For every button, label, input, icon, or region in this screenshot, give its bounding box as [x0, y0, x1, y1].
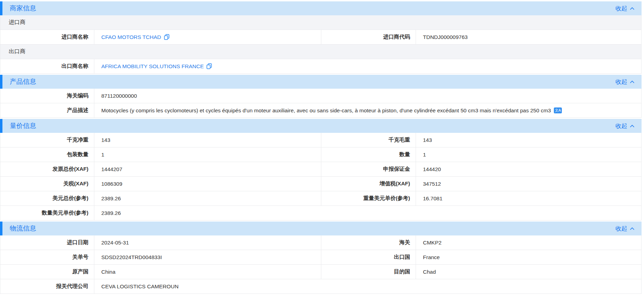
table-row: 包装数量 1 数量 1 [0, 147, 641, 162]
declared-deposit-label: 申报保证金 [321, 162, 416, 176]
chevron-up-icon [630, 7, 635, 10]
invoice-total-value: 1444207 [94, 162, 321, 176]
import-date-value: 2024-05-31 [94, 235, 321, 250]
usd-unit-price-weight-value: 16.7081 [416, 191, 641, 206]
package-qty-value: 1 [94, 147, 321, 162]
qty-price-info-header: 量价信息 收起 [0, 119, 642, 133]
usd-total-value: 2389.26 [94, 191, 321, 206]
importer-name-label: 进口商名称 [0, 30, 94, 44]
chevron-up-icon [630, 125, 635, 128]
table-row: 数量美元单价(参考) 2389.26 [0, 206, 641, 220]
table-row: 关单号 SDSD22024TRD004833I 出口国 France [0, 250, 641, 265]
export-country-label: 出口国 [321, 250, 416, 264]
importer-code-value: TDNDJ000009763 [416, 30, 641, 44]
section-title: 物流信息 [10, 224, 36, 233]
logistics-info-body: 进口日期 2024-05-31 海关 CMKP2 关单号 SDSD22024TR… [0, 235, 642, 294]
exporter-name-label: 出口商名称 [0, 59, 94, 73]
usd-total-label: 美元总价(参考) [0, 191, 94, 206]
merchant-info-header: 商家信息 收起 [0, 1, 642, 15]
customs-office-label: 海关 [321, 235, 416, 250]
declaration-no-value: SDSD22024TRD004833I [94, 250, 321, 264]
collapse-label: 收起 [615, 5, 627, 13]
customs-duty-label: 关税(XAF) [0, 177, 94, 191]
copy-icon[interactable] [206, 63, 212, 69]
copy-icon[interactable] [164, 34, 170, 40]
collapse-toggle[interactable]: 收起 [615, 78, 635, 86]
quantity-value: 1 [416, 147, 641, 162]
net-weight-label: 千克净重 [0, 133, 94, 147]
usd-unit-price-qty-label: 数量美元单价(参考) [0, 206, 94, 220]
importer-subheader: 进口商 [0, 15, 641, 30]
customs-broker-label: 报关代理公司 [0, 279, 94, 294]
logistics-info-section: 物流信息 收起 进口日期 2024-05-31 海关 CMKP2 关单号 SDS… [0, 222, 642, 294]
chevron-up-icon [630, 227, 635, 230]
table-row: 原产国 China 目的国 Chad [0, 265, 641, 279]
section-title: 量价信息 [10, 121, 36, 130]
table-row: 进口商名称 CFAO MOTORS TCHAD 进口商代码 TDNDJ00000… [0, 30, 641, 45]
collapse-label: 收起 [615, 122, 627, 130]
trade-record-detail-page: 商家信息 收起 进口商 进口商名称 CFAO MOTORS TCHAD 进口商代… [0, 0, 644, 297]
customs-duty-value: 1086309 [94, 177, 321, 191]
table-row: 发票总价(XAF) 1444207 申报保证金 144420 [0, 162, 641, 177]
collapse-label: 收起 [615, 225, 627, 233]
export-country-value: France [416, 250, 641, 264]
section-title: 产品信息 [10, 77, 36, 86]
exporter-subheader-label: 出口商 [9, 48, 25, 55]
collapse-toggle[interactable]: 收起 [615, 122, 635, 130]
table-row: 关税(XAF) 1086309 增值税(XAF) 347512 [0, 177, 641, 191]
table-row: 产品描述 Motocycles (y compris les cyclomote… [0, 103, 641, 118]
merchant-info-section: 商家信息 收起 进口商 进口商名称 CFAO MOTORS TCHAD 进口商代… [0, 1, 642, 74]
exporter-name-cell: AFRICA MOBILITY SOLUTIONS FRANCE [94, 59, 641, 73]
quantity-label: 数量 [321, 147, 416, 162]
hs-code-label: 海关编码 [0, 89, 94, 103]
translate-icon[interactable]: 文A [554, 107, 562, 114]
collapse-label: 收起 [615, 78, 627, 86]
importer-name-cell: CFAO MOTORS TCHAD [94, 30, 321, 44]
usd-unit-price-weight-label: 重量美元单价(参考) [321, 191, 416, 206]
customs-broker-value: CEVA LOGISTICS CAMEROUN [94, 279, 641, 294]
destination-country-value: Chad [416, 265, 641, 279]
table-row: 出口商名称 AFRICA MOBILITY SOLUTIONS FRANCE [0, 59, 641, 74]
product-description-value: Motocycles (y compris les cyclomoteurs) … [101, 107, 551, 114]
table-row: 美元总价(参考) 2389.26 重量美元单价(参考) 16.7081 [0, 191, 641, 206]
import-date-label: 进口日期 [0, 235, 94, 250]
customs-office-value: CMKP2 [416, 235, 641, 250]
importer-subheader-label: 进口商 [9, 19, 25, 26]
importer-code-label: 进口商代码 [321, 30, 416, 44]
gross-weight-label: 千克毛重 [321, 133, 416, 147]
table-row: 报关代理公司 CEVA LOGISTICS CAMEROUN [0, 279, 641, 294]
hs-code-value: 871120000000 [94, 89, 641, 103]
vat-label: 增值税(XAF) [321, 177, 416, 191]
exporter-name-link[interactable]: AFRICA MOBILITY SOLUTIONS FRANCE [101, 63, 204, 70]
product-info-section: 产品信息 收起 海关编码 871120000000 产品描述 Motocycle… [0, 75, 642, 118]
logistics-info-header: 物流信息 收起 [0, 222, 642, 235]
chevron-up-icon [630, 80, 635, 83]
gross-weight-value: 143 [416, 133, 641, 147]
qty-price-info-section: 量价信息 收起 千克净重 143 千克毛重 143 包装数量 1 数量 1 发票… [0, 119, 642, 220]
table-row: 海关编码 871120000000 [0, 89, 641, 103]
invoice-total-label: 发票总价(XAF) [0, 162, 94, 176]
table-row: 进口日期 2024-05-31 海关 CMKP2 [0, 235, 641, 250]
qty-price-info-body: 千克净重 143 千克毛重 143 包装数量 1 数量 1 发票总价(XAF) … [0, 133, 642, 220]
usd-unit-price-qty-value: 2389.26 [94, 206, 641, 220]
importer-name-link[interactable]: CFAO MOTORS TCHAD [101, 34, 161, 40]
origin-country-value: China [94, 265, 321, 279]
table-row: 千克净重 143 千克毛重 143 [0, 133, 641, 147]
product-description-cell: Motocycles (y compris les cyclomoteurs) … [94, 103, 641, 118]
declared-deposit-value: 144420 [416, 162, 641, 176]
collapse-toggle[interactable]: 收起 [615, 5, 635, 13]
section-title: 商家信息 [10, 4, 36, 13]
collapse-toggle[interactable]: 收起 [615, 225, 635, 233]
product-info-body: 海关编码 871120000000 产品描述 Motocycles (y com… [0, 89, 642, 118]
net-weight-value: 143 [94, 133, 321, 147]
exporter-subheader: 出口商 [0, 45, 641, 59]
package-qty-label: 包装数量 [0, 147, 94, 162]
merchant-info-body: 进口商 进口商名称 CFAO MOTORS TCHAD 进口商代码 TDNDJ0… [0, 15, 642, 74]
product-info-header: 产品信息 收起 [0, 75, 642, 89]
product-description-label: 产品描述 [0, 103, 94, 118]
origin-country-label: 原产国 [0, 265, 94, 279]
declaration-no-label: 关单号 [0, 250, 94, 264]
vat-value: 347512 [416, 177, 641, 191]
destination-country-label: 目的国 [321, 265, 416, 279]
